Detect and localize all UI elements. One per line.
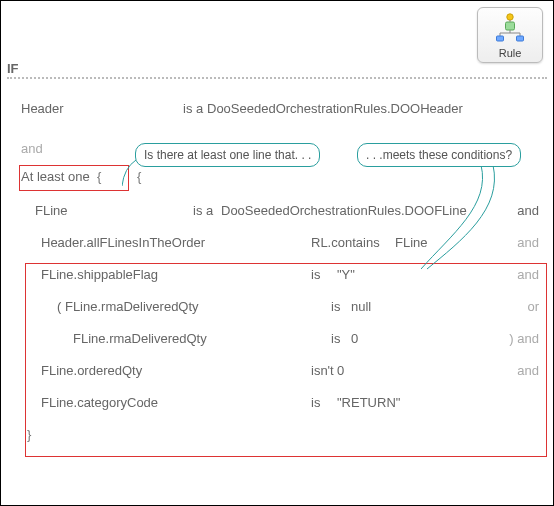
cond-expr: FLine.orderedQty xyxy=(41,363,142,378)
cond-expr: ( FLine.rmaDeliveredQty xyxy=(57,299,199,314)
cond-tail: and xyxy=(517,363,539,378)
cond-tail: or xyxy=(527,299,539,314)
and-text: and xyxy=(21,141,43,156)
op-isa: is a xyxy=(183,101,203,116)
callout-question-2: . . .meets these conditions? xyxy=(357,143,521,167)
cond-op: is xyxy=(311,267,320,282)
svg-rect-1 xyxy=(506,22,515,30)
rule-editor-pane: Rule IF Header is a DooSeededOrchestrati… xyxy=(0,0,554,506)
condition-row[interactable]: FLine.rmaDeliveredQtyis0) and xyxy=(7,327,547,359)
cond-val: 0 xyxy=(337,363,344,378)
var-name: FLine xyxy=(35,203,68,218)
cond-op: is xyxy=(331,331,340,346)
cond-val: "RETURN" xyxy=(337,395,400,410)
cond-expr: FLine.categoryCode xyxy=(41,395,158,410)
callout-tail-icon xyxy=(122,158,140,188)
svg-rect-8 xyxy=(517,36,524,41)
atleast-text: At least one { xyxy=(21,169,101,184)
svg-point-0 xyxy=(507,14,513,20)
cond-expr: FLine.rmaDeliveredQty xyxy=(73,331,207,346)
cond-op: is xyxy=(311,395,320,410)
callout-question-1: Is there at least one line that. . . xyxy=(135,143,320,167)
type-name: DooSeededOrchestrationRules.DOOHeader xyxy=(207,101,463,116)
cond-val: 0 xyxy=(351,331,358,346)
callout-tail-2-icon xyxy=(421,165,521,271)
section-divider xyxy=(7,77,547,79)
cond-expr: FLine.shippableFlag xyxy=(41,267,158,282)
cond-val: "Y" xyxy=(337,267,355,282)
svg-rect-7 xyxy=(497,36,504,41)
cond-op: is xyxy=(331,299,340,314)
cond-tail: ) and xyxy=(509,331,539,346)
cond-val: null xyxy=(351,299,371,314)
var-name: Header xyxy=(21,101,64,116)
if-keyword: IF xyxy=(7,61,19,76)
rule-chip[interactable]: Rule xyxy=(477,7,543,63)
header-decl-row[interactable]: Header is a DooSeededOrchestrationRules.… xyxy=(7,97,547,125)
cond-expr: Header.allFLinesInTheOrder xyxy=(41,235,205,250)
rule-chip-label: Rule xyxy=(478,45,542,59)
condition-row[interactable]: FLine.categoryCodeis"RETURN" xyxy=(7,391,547,423)
close-brace-row: } xyxy=(7,423,547,451)
condition-row[interactable]: ( FLine.rmaDeliveredQtyisnullor xyxy=(7,295,547,327)
op-isa: is a xyxy=(193,203,213,218)
rule-icon xyxy=(492,12,528,42)
close-brace: } xyxy=(27,427,31,442)
cond-op: isn't xyxy=(311,363,334,378)
condition-row[interactable]: FLine.orderedQtyisn't0and xyxy=(7,359,547,391)
cond-op: RL.contains xyxy=(311,235,380,250)
